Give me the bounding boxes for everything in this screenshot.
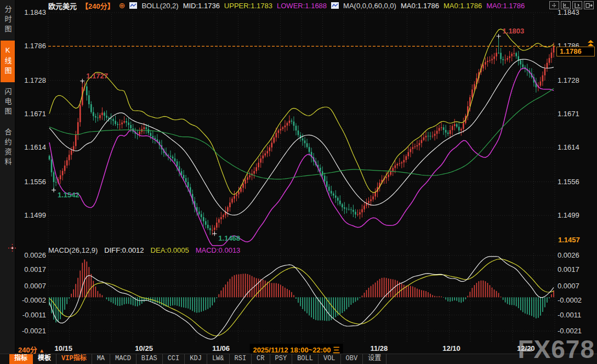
indicator-tab-PSY[interactable]: PSY xyxy=(270,354,293,364)
zoom-out-icon[interactable] xyxy=(572,1,582,9)
left-sidebar: 分时图K线图闪电图合约资料 xyxy=(0,0,15,354)
indicator-tab-CR[interactable]: CR xyxy=(252,354,270,364)
ma-indicator-icon[interactable] xyxy=(331,2,339,9)
boll-indicator-icon[interactable] xyxy=(129,2,137,9)
chart-canvas[interactable]: 1.17271.18031.15421.1468 xyxy=(0,0,597,364)
indicator-tab-CCI[interactable]: CCI xyxy=(163,354,185,364)
period-badge[interactable]: 【240分】 xyxy=(81,1,115,11)
indicator-header-bar: 欧元美元 【240分】 ⊕ BOLL(20,2) MID:1.1736 UPPE… xyxy=(48,1,525,10)
symbol-title: 欧元美元 xyxy=(48,1,77,11)
sidebar-item-分时图[interactable]: 分时图 xyxy=(1,0,15,41)
ma-value-3: MA0:1.1786 xyxy=(486,2,525,10)
macd-diff-value: DIFF:0.0012 xyxy=(104,246,144,254)
svg-text:1.1468: 1.1468 xyxy=(218,234,240,242)
chart-toolbar xyxy=(549,1,594,9)
sidebar-item-K线图[interactable]: K线图 xyxy=(1,41,15,82)
boll-params-label: BOLL(20,2) xyxy=(141,2,178,10)
macd-macd-value: MACD:0.0013 xyxy=(196,246,241,254)
sidebar-item-合约资料[interactable]: 合约资料 xyxy=(1,123,15,173)
indicator-tab-MACD[interactable]: MACD xyxy=(110,354,137,364)
zoom-in-icon[interactable] xyxy=(561,1,571,9)
boll-mid-value: MID:1.1736 xyxy=(183,2,220,10)
macd-header: MACD(26,12,9) DIFF:0.0012 DEA:0.0005 MAC… xyxy=(48,246,240,254)
indicator-tab-VIP指标[interactable]: VIP指标 xyxy=(56,354,92,364)
indicator-tab-BIAS[interactable]: BIAS xyxy=(137,354,163,364)
ma-value-2: MA0:1.1786 xyxy=(444,2,482,10)
svg-text:1.1803: 1.1803 xyxy=(503,27,525,35)
axis-low-price-label: 1.1457 xyxy=(558,236,580,244)
indicator-tab-RSI[interactable]: RSI xyxy=(230,354,252,364)
price-up-arrow-icon xyxy=(588,39,594,49)
svg-text:1.1542: 1.1542 xyxy=(58,191,79,199)
indicator-tab-bar: 指标模板VIP指标MAMACDBIASCCIKDJLW&RSICRPSYBOLL… xyxy=(0,354,597,364)
indicator-tab-LW&[interactable]: LW& xyxy=(207,354,230,364)
trading-app-window: 1.17271.18031.15421.1468 1.18431.18431.1… xyxy=(0,0,597,364)
indicator-tab-VOL[interactable]: VOL xyxy=(319,354,341,364)
indicator-tab-OBV[interactable]: OBV xyxy=(341,354,363,364)
boll-lower-value: LOWER:1.1688 xyxy=(277,2,327,10)
indicator-tab-模板[interactable]: 模板 xyxy=(33,354,56,364)
macd-params-label: MACD(26,12,9) xyxy=(48,246,98,254)
ma-value-1: MA0:1.1786 xyxy=(401,2,439,10)
indicator-tab-设置[interactable]: 设置 xyxy=(363,354,386,364)
indicator-tab-指标[interactable]: 指标 xyxy=(9,354,33,364)
indicator-tab-BOLL[interactable]: BOLL xyxy=(292,354,319,364)
macd-dea-value: DEA:0.0005 xyxy=(151,246,189,254)
pan-icon[interactable] xyxy=(549,1,559,9)
sidebar-item-闪电图[interactable]: 闪电图 xyxy=(1,82,15,123)
period-selector-label: 240分 xyxy=(18,346,37,354)
expand-icon[interactable]: ⊕ xyxy=(119,2,126,9)
screenshot-icon[interactable] xyxy=(584,1,594,9)
indicator-tab-KDJ[interactable]: KDJ xyxy=(185,354,207,364)
hotspot-crosshair-icon[interactable] xyxy=(8,244,16,254)
ma-params-label: MA(0,0,0,60,0,0) xyxy=(343,2,396,10)
boll-upper-value: UPPER:1.1783 xyxy=(224,2,272,10)
indicator-tab-MA[interactable]: MA xyxy=(92,354,110,364)
chevron-up-icon: ▲ xyxy=(39,348,44,354)
svg-text:1.1727: 1.1727 xyxy=(86,72,108,80)
